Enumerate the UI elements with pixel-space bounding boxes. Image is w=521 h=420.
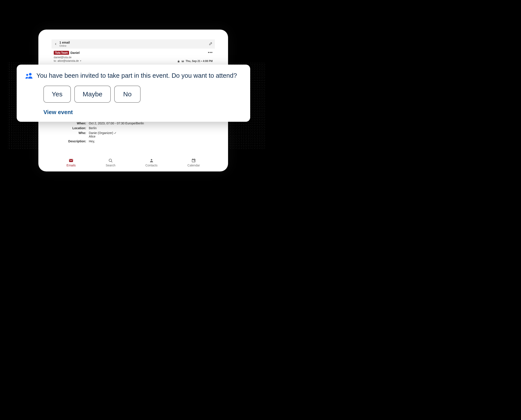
nav-search-label: Search [106, 164, 115, 167]
rsvp-yes-button[interactable]: Yes [43, 86, 71, 103]
sender-team-badge: Tuta Team [54, 51, 69, 55]
compose-button[interactable] [209, 42, 213, 46]
chevron-down-icon: ▼ [80, 60, 82, 62]
sender-email: daniel@tuta.de [54, 56, 82, 59]
description-value: Hey, [89, 140, 213, 143]
invite-overlay-card: You have been invited to take part in th… [17, 65, 250, 122]
svg-point-2 [151, 159, 152, 160]
svg-rect-8 [194, 160, 195, 161]
location-label: Location: [54, 126, 86, 130]
who-label: Who: [54, 131, 86, 138]
sender-row: Tuta Team Daniel ••• [54, 50, 213, 55]
rsvp-maybe-button[interactable]: Maybe [74, 86, 111, 103]
compose-icon [209, 42, 213, 45]
more-menu-button[interactable]: ••• [208, 50, 213, 55]
who-value: Danie (Organizer) ✓ Alice [89, 131, 213, 138]
svg-rect-7 [194, 158, 195, 159]
recipient-email: alice@tutanota.de [57, 59, 79, 63]
bottom-nav: Emails Search Contacts [52, 157, 215, 167]
email-meta: Thu, Sep 21 • 4:08 PM [177, 60, 213, 63]
chevron-left-icon [54, 42, 57, 46]
address-block: daniel@tuta.de to: alice@tutanota.de ▼ [54, 56, 82, 63]
when-label: When: [54, 121, 86, 125]
calendar-icon [191, 158, 196, 163]
header-title: 1 email [59, 41, 209, 44]
nav-calendar[interactable]: Calendar [187, 158, 200, 167]
nav-search[interactable]: Search [106, 158, 115, 167]
svg-rect-4 [192, 159, 195, 160]
event-details: When: Oct 2, 2023, 07:00 - 07:30 Europe/… [52, 121, 215, 144]
recipient-row[interactable]: to: alice@tutanota.de ▼ [54, 59, 82, 63]
svg-point-9 [29, 73, 31, 75]
to-prefix: to: [54, 59, 57, 63]
nav-contacts-label: Contacts [145, 164, 157, 167]
nav-emails[interactable]: Emails [66, 158, 76, 167]
header-titles: 1 email Online [59, 41, 209, 47]
lock-icon [177, 60, 180, 63]
email-header: Tuta Team Daniel ••• daniel@tuta.de to: … [52, 49, 215, 63]
description-label: Description: [54, 140, 86, 143]
email-timestamp: Thu, Sep 21 • 4:08 PM [186, 60, 213, 63]
people-icon [25, 73, 33, 79]
nav-calendar-label: Calendar [187, 164, 200, 167]
image-icon [181, 60, 184, 63]
location-value: Berlin [89, 126, 213, 130]
nav-emails-label: Emails [66, 164, 76, 167]
back-button[interactable] [54, 42, 58, 46]
view-event-link[interactable]: View event [43, 109, 241, 116]
rsvp-no-button[interactable]: No [114, 86, 140, 103]
search-icon [108, 158, 113, 163]
svg-point-1 [109, 159, 112, 162]
mail-icon [68, 158, 74, 163]
nav-contacts[interactable]: Contacts [145, 158, 157, 167]
sender-name: Daniel [70, 51, 80, 54]
when-value: Oct 2, 2023, 07:00 - 07:30 Europe/Berlin [89, 121, 213, 125]
svg-point-10 [26, 74, 28, 76]
svg-rect-6 [193, 158, 193, 159]
header-bar: 1 email Online [52, 39, 215, 49]
person-icon [149, 158, 154, 163]
rsvp-button-group: Yes Maybe No [43, 86, 241, 103]
invite-prompt: You have been invited to take part in th… [36, 72, 237, 80]
header-subtitle: Online [59, 45, 209, 47]
